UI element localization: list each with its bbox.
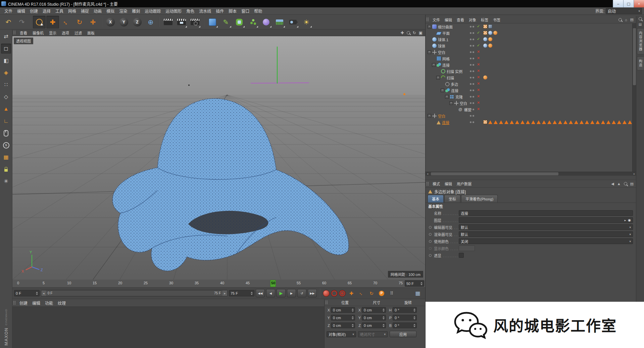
goto-end-button[interactable]: ▶▶	[308, 289, 317, 297]
menu-item[interactable]: 选择	[40, 8, 53, 14]
object-menu-item[interactable]: 编辑	[442, 17, 454, 22]
expand-toggle-icon[interactable]: −	[436, 76, 440, 79]
polygon-selection-tag[interactable]	[558, 120, 562, 124]
viewport-canvas[interactable]: Y Z X	[12, 36, 425, 280]
preview-range-slider[interactable]: ◂ 0 F 75 F ▸	[41, 290, 228, 296]
object-row[interactable]: −连接✕	[426, 87, 632, 94]
point-selection-tag[interactable]	[483, 75, 487, 79]
object-row[interactable]: 螺旋✕	[426, 106, 632, 113]
tab-structure[interactable]: 构造	[637, 56, 644, 70]
viewport-menu-item[interactable]: 显示	[46, 30, 59, 36]
phong-tag[interactable]	[488, 31, 492, 35]
next-frame-button[interactable]: ▶	[287, 289, 296, 297]
polygon-selection-tag[interactable]	[596, 120, 600, 124]
menu-item[interactable]: 文件	[2, 8, 15, 14]
object-menu-item[interactable]: 标签	[479, 17, 491, 22]
keyframe-dot-icon[interactable]	[429, 233, 432, 236]
record-rotation-toggle[interactable]: ↻	[367, 289, 376, 297]
polygon-selection-tag[interactable]	[617, 120, 621, 124]
viewport-menu-item[interactable]: 摄像机	[30, 30, 46, 36]
material-menu-item[interactable]: 编辑	[30, 300, 43, 306]
phong-tag[interactable]	[483, 44, 487, 48]
xray-checkbox[interactable]	[459, 253, 464, 258]
tab-coordinates[interactable]: 坐标	[444, 195, 460, 202]
object-row[interactable]: 扫描 实例✕	[426, 68, 632, 74]
filter-icon[interactable]: ▤	[639, 22, 642, 26]
point-selection-tag[interactable]	[488, 44, 492, 48]
size-y-field[interactable]: 0 cm	[362, 315, 386, 321]
enable-toggle[interactable]: ✓	[477, 31, 480, 35]
visibility-dots-icon[interactable]	[470, 90, 472, 91]
record-position-toggle[interactable]: ✚	[347, 289, 356, 297]
expand-toggle-icon[interactable]: −	[428, 50, 431, 54]
object-menu-item[interactable]: 书签	[491, 17, 503, 22]
object-row[interactable]: −扫描✕	[426, 74, 632, 81]
material-menu-item[interactable]: 纹理	[55, 300, 68, 306]
polygon-selection-tag[interactable]	[601, 120, 605, 124]
render-settings-button[interactable]	[189, 16, 201, 28]
enable-toggle[interactable]: ✕	[477, 94, 480, 99]
expand-toggle-icon[interactable]: −	[428, 114, 431, 118]
polygon-selection-tag[interactable]	[504, 120, 508, 124]
view-label[interactable]: 透视视图	[14, 38, 33, 44]
enable-toggle[interactable]: ✕	[477, 75, 480, 79]
points-mode-button[interactable]: ∷	[1, 80, 11, 90]
primitive-object-button[interactable]	[206, 16, 219, 28]
menu-item[interactable]: 捕捉	[79, 8, 91, 14]
polygon-selection-tag[interactable]	[488, 120, 492, 124]
visibility-dots-icon[interactable]	[470, 109, 472, 110]
visibility-dots-icon[interactable]	[470, 26, 472, 27]
minimize-button[interactable]: –	[613, 0, 623, 7]
scale-tool-button[interactable]: ↔	[60, 16, 72, 28]
object-row[interactable]: 网格✕	[426, 55, 632, 62]
name-field[interactable]: 连接	[459, 210, 633, 216]
spinner-icon[interactable]	[413, 308, 415, 312]
visibility-dots-icon[interactable]	[470, 83, 472, 85]
enable-toggle[interactable]: ✕	[477, 62, 480, 67]
spinner-icon[interactable]	[383, 324, 385, 327]
menu-item[interactable]: 雕刻	[130, 8, 142, 14]
end-frame-field[interactable]: 75 F	[229, 290, 254, 296]
menu-item[interactable]: 运动图形	[163, 8, 184, 14]
material-menu-item[interactable]: 功能	[43, 300, 55, 306]
editor-visibility-dropdown[interactable]: 默认▾	[459, 224, 633, 230]
grip-icon[interactable]	[13, 31, 15, 35]
polygon-selection-tag[interactable]	[612, 120, 616, 124]
object-menu-item[interactable]: 文件	[430, 17, 442, 22]
use-color-dropdown[interactable]: 关闭▾	[459, 238, 633, 244]
compositing-tag[interactable]	[488, 24, 492, 28]
up-arrow-icon[interactable]: ▲	[617, 182, 621, 186]
menu-item[interactable]: 渲染	[117, 8, 130, 14]
undo-button[interactable]: ↶	[2, 16, 15, 28]
loop-button[interactable]: ↺	[297, 289, 306, 297]
interface-dropdown[interactable]: 启动 ▾	[606, 8, 642, 14]
tab-content-browser[interactable]: 内容浏览器	[637, 28, 644, 54]
start-frame-field[interactable]: 0 F	[14, 290, 40, 296]
grip-icon[interactable]	[325, 300, 328, 305]
menu-item[interactable]: 模拟	[104, 8, 117, 14]
rotation-b-field[interactable]: 0 °	[393, 323, 417, 328]
enable-toggle[interactable]: ✕	[477, 107, 480, 111]
polygon-selection-tag[interactable]	[537, 120, 541, 124]
record-pla-toggle[interactable]: ⠿	[387, 289, 396, 297]
enable-toggle[interactable]: ✓	[477, 24, 480, 28]
workplane-lock-button[interactable]	[1, 164, 11, 174]
attribute-menu-item[interactable]: 模式	[430, 181, 442, 186]
polygon-selection-tag[interactable]	[494, 120, 498, 124]
render-visibility-dropdown[interactable]: 默认▾	[459, 231, 633, 237]
polygon-selection-tag[interactable]	[521, 120, 525, 124]
object-row[interactable]: −细分曲面✓	[426, 23, 632, 30]
spinner-icon[interactable]	[413, 316, 415, 320]
polygons-mode-button[interactable]: ▲	[1, 104, 11, 114]
object-row[interactable]: 多边✕	[426, 81, 632, 87]
render-view-button[interactable]	[162, 16, 175, 28]
viewport-menu-item[interactable]: 选项	[59, 30, 72, 36]
visibility-dots-icon[interactable]	[470, 96, 472, 98]
enable-toggle[interactable]: ✕	[477, 56, 480, 60]
subdivision-surface-button[interactable]	[233, 16, 246, 28]
expand-toggle-icon[interactable]: −	[449, 101, 453, 105]
expand-toggle-icon[interactable]: −	[432, 63, 436, 67]
polygon-selection-tag[interactable]	[499, 120, 503, 124]
polygon-selection-tag[interactable]	[531, 120, 535, 124]
live-selection-button[interactable]	[33, 16, 46, 28]
